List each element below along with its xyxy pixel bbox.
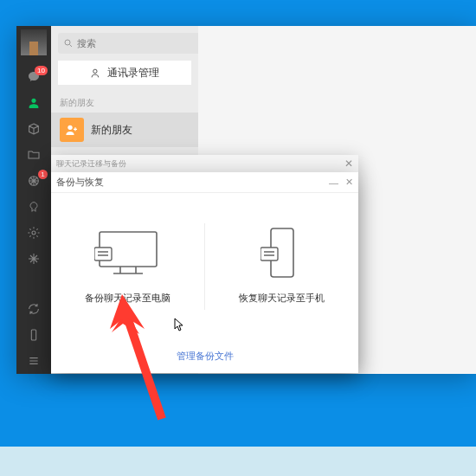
chat-badge: 10: [35, 66, 48, 75]
taskbar-item[interactable]: [32, 448, 58, 474]
sidebar-item-more[interactable]: [16, 246, 51, 272]
backup-to-pc-label: 备份聊天记录至电脑: [85, 292, 170, 305]
svg-point-1: [32, 231, 35, 235]
svg-rect-2: [31, 330, 35, 340]
restore-to-phone-label: 恢复聊天记录至手机: [239, 292, 325, 305]
new-friend-label: 新的朋友: [91, 123, 132, 138]
manage-contacts-button[interactable]: 通讯录管理: [58, 61, 191, 85]
svg-rect-10: [261, 248, 278, 261]
sidebar-item-menu[interactable]: [16, 348, 51, 374]
contacts-manage-icon: [91, 68, 102, 79]
phone-icon: [27, 328, 41, 342]
manage-backup-files-link[interactable]: 管理备份文件: [51, 339, 358, 373]
taskbar-item[interactable]: [1, 448, 27, 474]
sidebar-item-favorites[interactable]: [16, 116, 51, 142]
backup-to-pc-option[interactable]: 备份聊天记录至电脑: [51, 228, 204, 305]
sidebar-item-chat[interactable]: 10: [16, 64, 51, 90]
sidebar-item-moments[interactable]: 1: [16, 168, 51, 194]
svg-point-3: [65, 40, 70, 45]
sidebar-item-sync[interactable]: [16, 296, 51, 322]
backup-restore-dialog: 备份与恢复 — ✕ 备份聊天记录至电脑: [51, 172, 358, 373]
cursor-icon: [174, 318, 184, 331]
moments-badge: 1: [38, 170, 48, 179]
cube-icon: [27, 122, 41, 136]
spark-icon: [27, 252, 41, 266]
butterfly-icon: [27, 200, 41, 214]
sidebar: 10 1: [16, 26, 51, 374]
close-icon[interactable]: ✕: [344, 158, 353, 170]
phone-restore-icon: [248, 228, 317, 280]
search-input-wrap[interactable]: [58, 33, 202, 54]
new-friend-icon: [60, 118, 84, 142]
gear-icon: [27, 226, 41, 240]
sidebar-item-phone[interactable]: [16, 322, 51, 348]
taskbar[interactable]: [0, 447, 476, 476]
manage-contacts-label: 通讯录管理: [107, 66, 159, 80]
search-input[interactable]: [77, 38, 196, 48]
new-friend-row[interactable]: 新的朋友: [51, 113, 198, 147]
sidebar-item-miniprograms[interactable]: [16, 220, 51, 246]
avatar[interactable]: [21, 29, 47, 55]
svg-point-5: [93, 69, 96, 73]
sidebar-item-channels[interactable]: [16, 194, 51, 220]
section-label: 新的朋友: [51, 93, 198, 113]
svg-rect-8: [94, 248, 112, 261]
migrate-dialog-title: 聊天记录迁移与备份: [56, 158, 126, 170]
sidebar-item-files[interactable]: [16, 142, 51, 168]
contacts-icon: [27, 96, 41, 110]
close-button[interactable]: ✕: [345, 177, 353, 188]
restore-to-phone-option[interactable]: 恢复聊天记录至手机: [205, 228, 358, 305]
backup-dialog-title: 备份与恢复: [56, 176, 104, 189]
pc-icon: [93, 228, 163, 280]
search-icon: [63, 38, 74, 48]
minimize-button[interactable]: —: [329, 177, 338, 188]
refresh-icon: [27, 302, 41, 316]
svg-point-6: [68, 125, 72, 130]
sidebar-item-contacts[interactable]: [16, 90, 51, 116]
folder-icon: [27, 148, 41, 162]
menu-icon: [27, 354, 41, 368]
